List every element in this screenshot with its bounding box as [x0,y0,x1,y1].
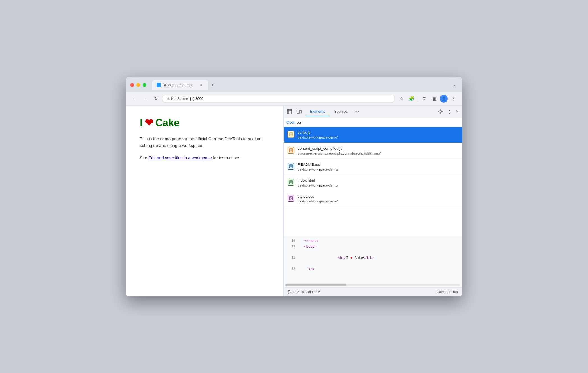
bookmark-button[interactable]: ☆ [397,94,406,103]
back-button[interactable]: ← [130,95,139,103]
title-bar-top: 🌐 Workspace demo × + ⌄ [130,80,458,90]
devtools-code-area: 10 </head> 11 <body> 12 <h1>I ♥ Cake</h1… [283,237,462,287]
file-item-styles-css[interactable]: {} styles.css devtools-workspace-demo/ [283,191,462,207]
devtools-more-tabs[interactable]: >> [352,108,361,115]
lab-button[interactable]: ⚗ [420,94,429,103]
status-line-col: Line 16, Column 6 [293,290,320,294]
nav-actions: ☆ 🧩 ⚗ ▣ 👤 ⋮ [397,94,458,103]
file-name-script-js: script.js [298,130,458,135]
forward-button[interactable]: → [141,95,149,103]
file-path-index-html: devtools-workspace-demo/ [298,183,458,187]
device-toggle-button[interactable] [295,107,303,116]
svg-point-3 [440,111,442,112]
devtools-close-button[interactable]: × [454,107,460,116]
window-controls [130,83,146,87]
main-content: I ❤ Cake This is the demo page for the o… [126,106,462,296]
reload-button[interactable]: ↻ [151,95,160,103]
status-braces-icon: {} [288,290,291,294]
svg-rect-2 [300,111,302,113]
file-icon-css: {} [288,195,294,202]
css-file-icon: {} [289,196,293,200]
file-path-styles-css: devtools-workspace-demo/ [298,199,458,203]
ext-js-file-icon: {} [289,148,293,152]
line-number-10: 10 [285,238,295,244]
active-tab[interactable]: 🌐 Workspace demo × [152,80,208,90]
tab-elements[interactable]: Elements [306,107,330,116]
devtools-actions: ⋮ × [437,107,460,116]
file-path-content-script: chrome-extension://noondiphcddnnabmjcihc… [298,151,458,155]
svg-text:{}: {} [290,133,292,136]
file-info-index-html: index.html devtools-workspace-demo/ [298,178,458,187]
svg-text:{}: {} [290,149,292,152]
file-item-readme[interactable]: README.md devtools-workspace-demo/ [283,159,462,175]
code-line-10: 10 </head> [283,238,462,244]
minimize-window-button[interactable] [136,83,140,87]
md-file-icon [289,164,293,168]
status-left: {} Line 16, Column 6 [288,290,320,294]
tab-sources[interactable]: Sources [330,107,352,116]
file-name-index-html: index.html [298,178,458,183]
not-secure-text: Not Secure [171,97,188,101]
tab-bar: 🌐 Workspace demo × + [152,80,446,90]
file-info-content-script: content_script_compiled.js chrome-extens… [298,146,458,155]
nav-divider [418,96,418,102]
not-secure-icon: ⚠ [167,97,170,101]
devtools-drag-handle[interactable] [283,106,284,296]
code-scrollbar-track[interactable] [285,284,460,286]
line-content-10: </head> [300,238,319,244]
devtools-close-icon: × [456,109,458,114]
devtools-settings-button[interactable] [437,107,445,116]
svg-rect-0 [287,109,292,114]
js-file-icon: {} [289,132,293,136]
file-name-styles-css: styles.css [298,194,458,199]
file-item-index-html[interactable]: index.html devtools-workspace-demo/ [283,175,462,191]
code-line-11: 11 <body> [283,244,462,250]
devtools-more-options-button[interactable]: ⋮ [446,108,453,116]
code-line-12: 12 <h1>I ♥ Cake</h1> [283,250,462,266]
devtools-toolbar: Elements Sources >> ⋮ × [283,106,462,118]
address-url: [::]:8000 [190,96,203,101]
file-list: {} script.js devtools-workspace-demo/ {} [283,127,462,237]
code-lines[interactable]: 10 </head> 11 <body> 12 <h1>I ♥ Cake</h1… [283,237,462,283]
file-name-content-script: content_script_compiled.js [298,146,458,151]
line-number-13: 13 [285,266,295,272]
workspace-link[interactable]: Edit and save files in a workspace [148,155,212,160]
close-window-button[interactable] [130,83,134,87]
svg-rect-1 [297,110,300,113]
maximize-window-button[interactable] [143,83,146,87]
tab-dropdown-button[interactable]: ⌄ [450,81,458,89]
code-scrollbar-thumb[interactable] [285,284,346,286]
line-number-12: 12 [285,255,295,261]
path-highlight-readme: spa [318,167,324,171]
address-bar[interactable]: ⚠ Not Secure [::]:8000 [162,95,395,103]
tab-bar-right: ⌄ [450,81,458,89]
sidebar-toggle-button[interactable]: ▣ [430,94,439,103]
tab-favicon: 🌐 [157,83,161,87]
profile-button[interactable]: 👤 [440,95,448,103]
devtools-panel: Elements Sources >> ⋮ × [283,106,462,296]
new-tab-button[interactable]: + [208,81,217,90]
web-page: I ❤ Cake This is the demo page for the o… [126,106,283,296]
file-item-content-script[interactable]: {} content_script_compiled.js chrome-ext… [283,143,462,159]
open-file-input[interactable] [297,120,459,125]
more-options-button[interactable]: ⋮ [449,94,458,103]
file-path-readme: devtools-workspace-demo/ [298,167,458,171]
file-item-script-js[interactable]: {} script.js devtools-workspace-demo/ [283,127,462,143]
file-info-script-js: script.js devtools-workspace-demo/ [298,130,458,139]
tab-close-button[interactable]: × [199,82,204,88]
page-description: This is the demo page for the official C… [140,135,269,149]
open-file-container: Open [283,118,462,127]
heading-i: I [140,117,143,129]
html-file-icon [289,180,293,184]
file-info-styles-css: styles.css devtools-workspace-demo/ [298,194,458,203]
devtools-status-bar: {} Line 16, Column 6 Coverage: n/a [283,287,462,296]
file-icon-md [288,163,294,170]
devtools-more-icon: ⋮ [448,110,451,114]
inspect-element-button[interactable] [285,107,294,116]
file-icon-html [288,179,294,186]
extensions-button[interactable]: 🧩 [407,94,416,103]
code-line-13: 13 <p> [283,266,462,272]
path-highlight-index: spa [318,183,324,187]
heading-cake: Cake [155,117,180,129]
settings-icon [438,109,443,114]
